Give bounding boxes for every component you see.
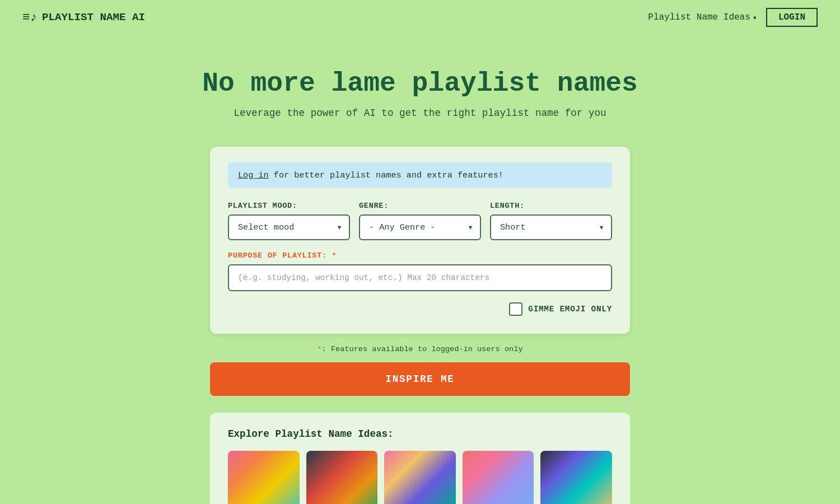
login-banner-link[interactable]: Log in (238, 170, 269, 180)
login-banner: Log in for better playlist names and ext… (228, 162, 612, 188)
main-form-card: Log in for better playlist names and ext… (210, 147, 630, 334)
logo-link[interactable]: ≡♪ PLAYLIST NAME AI (22, 10, 145, 25)
footnote-text: : Features available to logged-in users … (322, 345, 523, 353)
explore-thumb-5[interactable] (540, 451, 612, 504)
purpose-label-text: PURPOSE OF PLAYLIST: (228, 251, 327, 260)
hero-title: No more lame playlist names (22, 68, 818, 99)
login-banner-text: for better playlist names and extra feat… (269, 170, 503, 180)
purpose-input[interactable] (228, 264, 612, 291)
navbar: ≡♪ PLAYLIST NAME AI Playlist Name Ideas … (0, 0, 840, 35)
playlist-ideas-button[interactable]: Playlist Name Ideas (648, 12, 757, 22)
hero-subtitle: Leverage the power of AI to get the righ… (22, 108, 818, 119)
genre-group: GENRE: - Any Genre - Pop Rock Hip-Hop El… (359, 202, 481, 240)
length-select[interactable]: Short Medium Long (490, 214, 612, 240)
length-group: LENGTH: Short Medium Long ▾ (490, 202, 612, 240)
purpose-asterisk: * (327, 251, 337, 260)
length-label: LENGTH: (490, 202, 612, 210)
explore-thumb-3[interactable] (384, 451, 456, 504)
explore-thumb-4[interactable] (463, 451, 534, 504)
genre-select[interactable]: - Any Genre - Pop Rock Hip-Hop Electroni… (359, 214, 481, 240)
inspire-button[interactable]: INSPIRE ME (210, 362, 630, 396)
mood-group: PLAYLIST MOOD: Select mood Happy Sad Ene… (228, 202, 350, 240)
explore-thumb-1[interactable] (228, 451, 300, 504)
explore-title: Explore Playlist Name Ideas: (228, 428, 612, 440)
footnote: *: Features available to logged-in users… (210, 345, 630, 353)
purpose-group: PURPOSE OF PLAYLIST: * (228, 251, 612, 291)
length-select-wrapper: Short Medium Long ▾ (490, 214, 612, 240)
emoji-checkbox[interactable] (509, 302, 522, 316)
logo-icon: ≡♪ (22, 10, 38, 25)
explore-grid (228, 451, 612, 504)
mood-select[interactable]: Select mood Happy Sad Energetic Chill Ro… (228, 214, 350, 240)
explore-thumb-2[interactable] (306, 451, 378, 504)
nav-right: Playlist Name Ideas LOGIN (648, 8, 818, 27)
emoji-label: GIMME EMOJI ONLY (528, 305, 612, 314)
dropdowns-row: PLAYLIST MOOD: Select mood Happy Sad Ene… (228, 202, 612, 240)
logo-text: PLAYLIST NAME AI (42, 11, 145, 24)
mood-label: PLAYLIST MOOD: (228, 202, 350, 210)
purpose-label: PURPOSE OF PLAYLIST: * (228, 251, 612, 260)
footnote-asterisk: * (317, 345, 321, 353)
genre-label: GENRE: (359, 202, 481, 210)
emoji-row: GIMME EMOJI ONLY (228, 302, 612, 316)
mood-select-wrapper: Select mood Happy Sad Energetic Chill Ro… (228, 214, 350, 240)
explore-section: Explore Playlist Name Ideas: (210, 413, 630, 504)
hero-section: No more lame playlist names Leverage the… (0, 35, 840, 136)
login-button[interactable]: LOGIN (766, 8, 818, 27)
genre-select-wrapper: - Any Genre - Pop Rock Hip-Hop Electroni… (359, 214, 481, 240)
